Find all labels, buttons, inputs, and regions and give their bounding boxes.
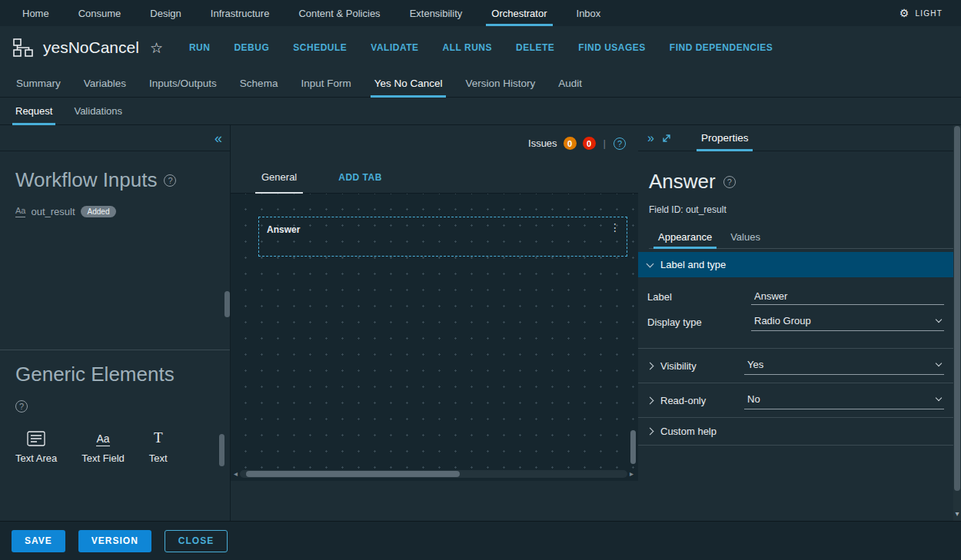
form-tab-label: General xyxy=(261,171,297,183)
add-tab-button[interactable]: ADD TAB xyxy=(328,161,393,193)
nav-item-infrastructure[interactable]: Infrastructure xyxy=(196,0,284,26)
aa-glyph: Aa xyxy=(96,432,109,446)
find-usages-button[interactable]: FIND USAGES xyxy=(578,42,646,53)
section-read-only[interactable]: Read-only No xyxy=(638,383,953,417)
sub-tabs: Request Validations xyxy=(0,98,961,125)
expand-panel-icon[interactable]: » xyxy=(647,132,654,144)
chevron-down-icon xyxy=(647,260,654,267)
kebab-menu-icon[interactable]: ⋮ xyxy=(610,222,620,233)
find-dependencies-button[interactable]: FIND DEPENDENCIES xyxy=(670,42,773,53)
run-button[interactable]: RUN xyxy=(189,42,211,53)
section-visibility[interactable]: Visibility Yes xyxy=(638,348,953,383)
scrollbar-thumb[interactable] xyxy=(219,434,224,466)
panel-controls: » xyxy=(647,132,672,144)
nav-item-home[interactable]: Home xyxy=(8,0,64,26)
nav-item-inbox[interactable]: Inbox xyxy=(562,0,616,26)
help-icon[interactable]: ? xyxy=(164,174,176,187)
section-custom-help[interactable]: Custom help xyxy=(638,417,953,446)
subtab-request[interactable]: Request xyxy=(5,98,63,124)
tab-appearance[interactable]: Appearance xyxy=(649,226,721,248)
read-only-select[interactable]: No xyxy=(744,391,944,409)
scrollbar-track[interactable] xyxy=(240,470,627,478)
validate-button[interactable]: VALIDATE xyxy=(371,42,418,53)
delete-button[interactable]: DELETE xyxy=(516,42,554,53)
tab-inputs-outputs[interactable]: Inputs/Outputs xyxy=(138,69,228,97)
left-panel: « Workflow Inputs ? Aa out_result Added … xyxy=(0,125,231,521)
field-id-text: Field ID: out_result xyxy=(649,204,953,215)
select-value: Radio Group xyxy=(754,315,811,326)
selected-field-title-text: Answer xyxy=(649,170,716,194)
text-field-icon: Aa xyxy=(96,426,109,446)
chevron-down-icon xyxy=(936,395,942,401)
vertical-scrollbar[interactable]: ▾ xyxy=(953,125,961,521)
errors-badge[interactable]: 0 xyxy=(583,137,596,150)
workflow-inputs-title-text: Workflow Inputs xyxy=(15,168,157,192)
visibility-select[interactable]: Yes xyxy=(744,356,944,375)
tab-schema[interactable]: Schema xyxy=(228,69,290,97)
tab-audit[interactable]: Audit xyxy=(547,69,594,97)
collapse-panel-icon[interactable]: « xyxy=(214,131,222,145)
generic-elements-tiles: Text Area Aa Text Field T Text xyxy=(15,426,214,464)
version-button[interactable]: VERSION xyxy=(78,530,151,552)
nav-item-content-policies[interactable]: Content & Policies xyxy=(284,0,394,26)
divider: | xyxy=(604,138,606,149)
content-area: « Workflow Inputs ? Aa out_result Added … xyxy=(0,125,961,521)
tab-yes-no-cancel[interactable]: Yes No Cancel xyxy=(363,69,454,97)
tab-version-history[interactable]: Version History xyxy=(454,69,547,97)
favorite-star-icon[interactable]: ☆ xyxy=(150,39,163,57)
form-design-canvas[interactable]: Answer ⋮ ◂ ▸ xyxy=(231,194,638,481)
canvas-bottom-spacer xyxy=(231,481,638,521)
display-type-select[interactable]: Radio Group xyxy=(751,313,944,331)
tile-label: Text Field xyxy=(81,452,125,464)
scrollbar-thumb[interactable] xyxy=(246,471,460,477)
workflow-input-item[interactable]: Aa out_result Added xyxy=(15,206,214,217)
nav-item-label: Home xyxy=(22,8,49,19)
tab-values[interactable]: Values xyxy=(721,226,770,248)
nav-item-orchestrator[interactable]: Orchestrator xyxy=(477,0,561,26)
nav-item-label: Extensibility xyxy=(410,8,463,19)
workflow-input-name: out_result xyxy=(31,206,75,217)
scrollbar-thumb[interactable] xyxy=(630,430,636,464)
display-type-row: Display type Radio Group xyxy=(647,313,944,331)
scrollbar-thumb[interactable] xyxy=(954,126,960,491)
tab-input-form[interactable]: Input Form xyxy=(289,69,362,97)
section-label-and-type[interactable]: Label and type xyxy=(638,252,953,277)
scroll-right-icon[interactable]: ▸ xyxy=(630,470,633,478)
schedule-button[interactable]: SCHEDULE xyxy=(293,42,347,53)
tile-text-area[interactable]: Text Area xyxy=(15,426,57,464)
form-tab-general[interactable]: General xyxy=(251,161,308,193)
add-tab-label: ADD TAB xyxy=(338,172,382,183)
scrollbar-thumb[interactable] xyxy=(224,291,230,317)
tab-variables[interactable]: Variables xyxy=(72,69,138,97)
nav-item-design[interactable]: Design xyxy=(135,0,195,26)
collapsed-sections: Visibility Yes Read-only No Custom help xyxy=(638,348,953,446)
nav-item-consume[interactable]: Consume xyxy=(64,0,136,26)
form-field-answer[interactable]: Answer ⋮ xyxy=(258,217,627,257)
save-button[interactable]: SAVE xyxy=(12,530,65,552)
debug-button[interactable]: DEBUG xyxy=(234,42,269,53)
tab-label: Schema xyxy=(240,78,278,89)
resize-icon[interactable] xyxy=(661,133,672,144)
caret-right-icon xyxy=(647,396,654,404)
help-icon[interactable]: ? xyxy=(723,176,736,188)
label-input[interactable] xyxy=(751,288,944,305)
tile-text-field[interactable]: Aa Text Field xyxy=(81,426,125,464)
scroll-down-icon[interactable]: ▾ xyxy=(953,509,961,518)
help-icon[interactable]: ? xyxy=(15,400,28,413)
theme-toggle[interactable]: ⚙ LIGHT xyxy=(899,0,953,26)
subtab-label: Request xyxy=(15,105,52,117)
help-icon[interactable]: ? xyxy=(614,138,626,150)
tab-label: Input Form xyxy=(301,78,351,89)
properties-panel: » Properties Answer ? Field ID: out_resu… xyxy=(638,125,961,521)
tab-properties[interactable]: Properties xyxy=(693,125,756,151)
warnings-badge[interactable]: 0 xyxy=(564,137,577,150)
workflow-inputs-title: Workflow Inputs ? xyxy=(15,168,214,192)
subtab-validations[interactable]: Validations xyxy=(63,98,133,124)
nav-item-extensibility[interactable]: Extensibility xyxy=(395,0,477,26)
all-runs-button[interactable]: ALL RUNS xyxy=(443,42,492,53)
close-button[interactable]: CLOSE xyxy=(165,530,228,552)
nav-item-label: Inbox xyxy=(577,8,601,19)
tab-summary[interactable]: Summary xyxy=(5,69,72,97)
scroll-left-icon[interactable]: ◂ xyxy=(234,470,238,478)
tile-text[interactable]: T Text xyxy=(149,426,168,464)
